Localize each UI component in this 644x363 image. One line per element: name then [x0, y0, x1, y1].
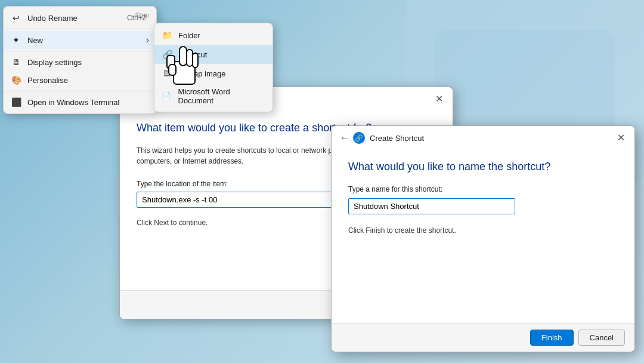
dialog-front-back-btn[interactable]: ← — [340, 133, 349, 143]
menu-item-personalise-label: Personalise — [27, 76, 68, 85]
submenu-item-shortcut[interactable]: 🔗 Shortcut — [154, 45, 273, 64]
submenu-folder-label: Folder — [178, 31, 200, 40]
new-icon: ✦ — [11, 35, 21, 45]
submenu-item-word[interactable]: 📄 Microsoft Word Document — [154, 83, 273, 109]
bitmap-icon: 🖼 — [162, 68, 172, 79]
dialog-front-footer: Finish Cancel — [332, 323, 634, 352]
menu-item-display-settings[interactable]: 🖥 Display settings — [4, 53, 156, 71]
dialog-front-titlebar: ← 🔗 Create Shortcut — [332, 126, 634, 149]
wizard-front-icon: 🔗 — [353, 132, 365, 144]
menu-item-open-terminal[interactable]: ⬛ Open in Windows Terminal — [4, 93, 156, 111]
dialog-front-heading: What would you like to name the shortcut… — [348, 161, 618, 173]
dialog-front-close-button[interactable]: ✕ — [614, 131, 628, 144]
submenu-item-bitmap[interactable]: 🖼 Bitmap image — [154, 64, 273, 83]
menu-item-new[interactable]: ✦ New — [4, 31, 156, 49]
menu-divider-1 — [4, 29, 156, 29]
terminal-icon: ⬛ — [11, 97, 21, 107]
display-icon: 🖥 — [11, 57, 21, 67]
shortcut-icon: 🔗 — [162, 49, 172, 60]
menu-item-undo-rename-label: Undo Rename — [27, 14, 78, 23]
menu-item-display-label: Display settings — [27, 58, 82, 67]
submenu-item-folder[interactable]: 📁 Folder — [154, 26, 273, 45]
dialog-front-body: What would you like to name the shortcut… — [332, 149, 634, 247]
undo-icon: ↩ — [11, 13, 21, 23]
personalise-icon: 🎨 — [11, 75, 21, 85]
dialog-front-cancel-button[interactable]: Cancel — [578, 330, 625, 346]
dialog-front-hint: Click Finish to create the shortcut. — [348, 226, 618, 235]
menu-item-personalise[interactable]: 🎨 Personalise — [4, 71, 156, 89]
copyright-text: ©tgp — [135, 11, 149, 19]
menu-divider-3 — [4, 91, 156, 91]
submenu-shortcut-label: Shortcut — [178, 50, 207, 59]
dialog-front-finish-button[interactable]: Finish — [530, 330, 574, 346]
submenu-bitmap-label: Bitmap image — [178, 69, 225, 78]
dialog-back-close-button[interactable]: ✕ — [432, 92, 447, 106]
submenu-word-label: Microsoft Word Document — [178, 87, 265, 105]
menu-item-terminal-label: Open in Windows Terminal — [27, 98, 119, 107]
word-icon: 📄 — [162, 91, 172, 101]
dialog-front-title: Create Shortcut — [370, 134, 424, 143]
context-menu: ↩ Undo Rename Ctrl+Z ✦ New 🖥 Display set… — [3, 6, 157, 114]
menu-divider-2 — [4, 51, 156, 51]
folder-icon: 📁 — [162, 30, 172, 41]
submenu: 📁 Folder 🔗 Shortcut 🖼 Bitmap image 📄 Mic… — [154, 23, 273, 112]
dialog-create-shortcut-front: ← 🔗 Create Shortcut ✕ What would you lik… — [331, 125, 635, 352]
dialog-front-name-input[interactable] — [348, 198, 515, 214]
menu-item-undo-rename[interactable]: ↩ Undo Rename Ctrl+Z — [4, 9, 156, 27]
dialog-front-name-label: Type a name for this shortcut: — [348, 185, 618, 193]
menu-item-new-label: New — [27, 36, 43, 45]
